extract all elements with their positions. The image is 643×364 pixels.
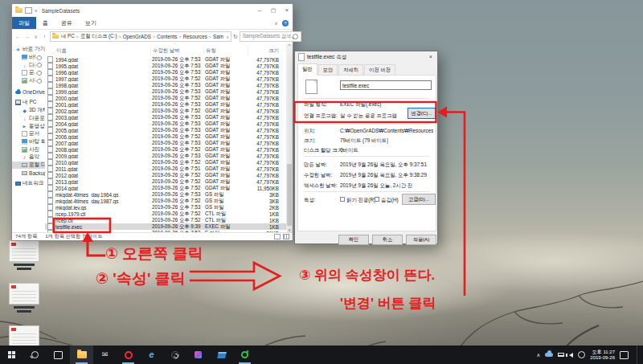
minimize-button[interactable]: ─ bbox=[254, 4, 265, 17]
back-icon[interactable]: ← bbox=[14, 34, 22, 39]
dialog-close-icon[interactable]: × bbox=[424, 51, 437, 63]
hidden-checkbox[interactable] bbox=[375, 197, 379, 202]
task-view-button[interactable] bbox=[47, 346, 70, 364]
address-dropdown-icon[interactable]: ∨ bbox=[226, 35, 229, 39]
filename-field[interactable]: testfile.exec bbox=[340, 80, 432, 90]
view-thumbnails-icon[interactable] bbox=[283, 234, 289, 239]
up-icon[interactable]: ↑ bbox=[41, 34, 48, 39]
taskbar-search-button[interactable] bbox=[23, 346, 47, 364]
sidebar-item[interactable]: OneDrive - Chonnam bbox=[12, 88, 45, 96]
view-details-icon[interactable] bbox=[274, 234, 281, 239]
task-view-icon bbox=[54, 351, 63, 359]
ime-indicator-icon[interactable] bbox=[578, 351, 585, 358]
network-icon[interactable] bbox=[558, 353, 564, 357]
scroll-up-icon[interactable]: ^ bbox=[286, 43, 293, 48]
column-header-name[interactable]: 이름 bbox=[45, 47, 150, 55]
address-toolbar: ← → ∨ ↑ 내 PC> 로컬 디스크 (C:)> OpenGrADS> Co… bbox=[12, 30, 293, 43]
refresh-icon[interactable]: ↻ bbox=[233, 34, 238, 40]
action-center-icon[interactable] bbox=[620, 351, 629, 359]
ok-button[interactable]: 확인 bbox=[338, 235, 369, 245]
readonly-checkbox[interactable] bbox=[340, 197, 345, 202]
taskbar-paint3d[interactable] bbox=[186, 346, 210, 364]
sidebar-item[interactable]: 문서 bbox=[12, 69, 45, 77]
opens-with-label: 연결 프로그램: bbox=[304, 112, 338, 120]
qat-dropdown-icon[interactable]: ∨ bbox=[35, 8, 38, 13]
close-button[interactable]: × bbox=[281, 4, 293, 17]
hidden-icons-chevron[interactable]: ∧ bbox=[537, 352, 541, 358]
ribbon-tab[interactable]: 보기 bbox=[79, 17, 103, 29]
explorer-titlebar[interactable]: ∨ SampleDatasets ─ ▢ × bbox=[12, 4, 293, 17]
maximize-button[interactable]: ▢ bbox=[268, 4, 279, 17]
show-desktop-button[interactable] bbox=[637, 346, 641, 364]
scroll-down-icon[interactable]: v bbox=[286, 227, 293, 232]
sidebar-item[interactable]: 음악 bbox=[12, 153, 45, 162]
ribbon-expand-icon[interactable]: ∨ bbox=[275, 20, 278, 26]
breadcrumb-item[interactable]: Contents> bbox=[157, 33, 182, 40]
dialog-tab[interactable]: 일반 bbox=[297, 63, 317, 76]
start-button[interactable] bbox=[0, 346, 23, 364]
sidebar-item[interactable]: 동영상 bbox=[12, 122, 45, 130]
desktop-icon[interactable] bbox=[6, 283, 42, 313]
sidebar-item[interactable]: 사진 bbox=[12, 145, 45, 153]
annotation-step2: ② '속성' 클릭 bbox=[96, 268, 186, 289]
sidebar-item[interactable]: 바로 가기 bbox=[12, 46, 45, 54]
documents-app-icon bbox=[217, 352, 227, 358]
size-value: 79바이트 (79 바이트) bbox=[340, 137, 388, 145]
sidebar-item[interactable]: 문서 bbox=[12, 130, 45, 138]
taskbar-file-explorer[interactable] bbox=[70, 346, 93, 364]
download-icon bbox=[22, 116, 27, 121]
pic-icon bbox=[22, 147, 27, 153]
breadcrumb-item[interactable]: 로컬 디스크 (C:)> bbox=[80, 33, 123, 40]
column-header-date[interactable]: ^수정한 날짜 bbox=[150, 47, 203, 55]
quick-access-toolbar-icon[interactable] bbox=[25, 7, 32, 14]
advanced-button[interactable]: 고급(D)... bbox=[402, 194, 436, 205]
breadcrumb-item[interactable]: 내 PC> bbox=[61, 33, 80, 40]
taskbar-internet-explorer[interactable]: e bbox=[140, 346, 163, 364]
column-header-size[interactable]: 크기 bbox=[248, 47, 283, 55]
sidebar-item[interactable]: 네트워크 bbox=[12, 180, 45, 188]
taskbar-photos[interactable] bbox=[163, 346, 186, 364]
sidebar-item[interactable]: 로컬 디스크 (C:) bbox=[12, 162, 45, 170]
search-box[interactable]: SampleDatasets 검색 bbox=[240, 31, 302, 42]
taskbar-opengrads[interactable] bbox=[233, 346, 256, 364]
cancel-button[interactable]: 취소 bbox=[372, 235, 403, 245]
sidebar-item[interactable]: 다운로드 bbox=[12, 61, 45, 69]
ribbon-tab[interactable]: 파일 bbox=[12, 17, 36, 29]
sidebar-item[interactable]: 다운로드 bbox=[12, 115, 45, 123]
taskbar-mail[interactable]: ✉ bbox=[93, 346, 117, 364]
desktop-icon-label bbox=[6, 264, 42, 271]
apply-button[interactable]: 적용(A) bbox=[406, 235, 436, 245]
sidebar-item[interactable]: 내 PC bbox=[12, 99, 45, 107]
dialog-tab[interactable]: 보안 bbox=[318, 64, 338, 76]
forward-icon[interactable]: → bbox=[23, 34, 31, 39]
column-header-type[interactable]: 유형 bbox=[203, 47, 248, 55]
scrollbar-thumb[interactable] bbox=[287, 164, 292, 226]
breadcrumb-separator-icon: > bbox=[207, 35, 213, 39]
breadcrumb-item[interactable]: Resources> bbox=[183, 33, 213, 40]
change-button[interactable]: 변경(C)... bbox=[408, 108, 436, 119]
sidebar-item[interactable]: 3D 개체 bbox=[12, 107, 45, 115]
help-icon[interactable]: ? bbox=[282, 20, 289, 27]
sidebar-item[interactable]: 바탕 화면 bbox=[12, 138, 45, 146]
breadcrumb-item[interactable]: SampleDatasets> bbox=[213, 33, 223, 40]
history-dropdown-icon[interactable]: ∨ bbox=[32, 34, 39, 40]
ribbon-tab[interactable]: 공유 bbox=[55, 17, 79, 29]
scrollbar[interactable]: ^ v bbox=[286, 43, 293, 232]
address-bar[interactable]: 내 PC> 로컬 디스크 (C:)> OpenGrADS> Contents> … bbox=[50, 31, 231, 42]
breadcrumb-separator-icon: > bbox=[151, 35, 157, 39]
breadcrumb-item[interactable]: OpenGrADS> bbox=[123, 33, 158, 40]
taskbar-clock[interactable]: 오후 11:27 2019-09-26 bbox=[590, 350, 615, 361]
star-icon bbox=[15, 47, 21, 52]
sidebar-item[interactable]: 사진 bbox=[12, 77, 45, 85]
dialog-titlebar[interactable]: testfile.exec 속성 × bbox=[295, 51, 437, 63]
taskbar-opera[interactable] bbox=[117, 346, 140, 364]
desktop-icon[interactable] bbox=[6, 240, 42, 271]
dialog-tab[interactable]: 자세히 bbox=[338, 64, 363, 76]
sidebar-item[interactable]: 바탕 화면 bbox=[12, 54, 45, 62]
speaker-icon[interactable] bbox=[569, 353, 573, 358]
sidebar-item[interactable]: BackupStorage (D:) bbox=[12, 169, 45, 177]
taskbar-documents-app[interactable] bbox=[210, 346, 233, 364]
ribbon-tab[interactable]: 홈 bbox=[36, 17, 55, 29]
onedrive-icon[interactable] bbox=[545, 353, 553, 357]
dialog-tab[interactable]: 이전 버전 bbox=[364, 64, 395, 76]
